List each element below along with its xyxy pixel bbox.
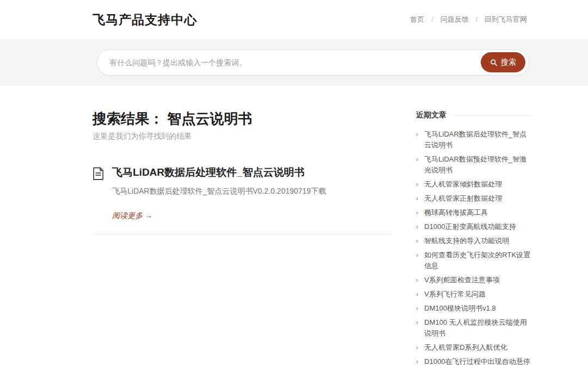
recent-article-link[interactable]: ›如何查看历史飞行架次的RTK设置信息	[416, 248, 532, 273]
search-button[interactable]: 搜索	[481, 52, 525, 72]
recent-article-link[interactable]: ›飞马LiDAR数据后处理软件_智点云说明书	[416, 127, 532, 152]
chevron-right-icon: ›	[416, 356, 418, 365]
search-button-label: 搜索	[501, 58, 516, 67]
recent-article-link[interactable]: ›无人机管家正射数据处理	[416, 191, 532, 206]
recent-article-link[interactable]: ›V系列飞行常见问题	[416, 287, 532, 301]
recent-article-link[interactable]: ›智航线支持的导入功能说明	[416, 234, 532, 248]
recent-article-link[interactable]: ›无人机管家D系列入航优化	[416, 341, 532, 355]
sidebar-recent-articles: 近期文章 ›飞马LiDAR数据后处理软件_智点云说明书 ›飞马LiDAR数据预处…	[416, 110, 532, 365]
recent-article-link[interactable]: ›无人机管家倾斜数据处理	[416, 177, 532, 191]
search-section: 搜索	[0, 39, 588, 85]
nav-separator: /	[476, 16, 477, 23]
nav-separator: /	[431, 16, 433, 23]
recent-article-link[interactable]: ›椭球高转海拔高工具	[416, 206, 532, 220]
sidebar-heading: 近期文章	[416, 110, 532, 120]
recent-article-link[interactable]: ›D1000在飞行过程中出现自动悬停问题	[416, 355, 532, 365]
chevron-right-icon: ›	[416, 154, 418, 176]
recent-article-link[interactable]: ›飞马LiDAR数据预处理软件_智激光说明书	[416, 152, 532, 177]
chevron-right-icon: ›	[416, 317, 418, 339]
site-title[interactable]: 飞马产品支持中心	[93, 11, 197, 28]
result-body: 飞马LiDAR数据后处理软件_智点云说明书 飞马LiDAR数据后处理软件_智点云…	[112, 165, 326, 221]
results-subtitle: 这里是我们为你寻找到的结果	[93, 132, 392, 141]
top-nav: 首页 / 问题反馈 / 回到飞马官网	[410, 15, 527, 24]
search-input[interactable]	[109, 58, 481, 67]
content-divider	[93, 234, 392, 234]
chevron-right-icon: ›	[416, 275, 418, 286]
chevron-right-icon: ›	[416, 221, 418, 232]
recent-article-link[interactable]: ›D1000正射变高航线功能支持	[416, 220, 532, 234]
chevron-right-icon: ›	[416, 193, 418, 204]
read-more-link[interactable]: 阅读更多 →	[112, 211, 152, 221]
recent-article-link[interactable]: ›DM100 无人机监控模块云端使用说明书	[416, 315, 532, 341]
result-item: 飞马LiDAR数据后处理软件_智点云说明书 飞马LiDAR数据后处理软件_智点云…	[93, 165, 392, 221]
chevron-right-icon: ›	[416, 236, 418, 246]
sidebar-heading-rule	[453, 115, 532, 116]
sidebar-heading-label: 近期文章	[416, 110, 446, 120]
recent-article-link[interactable]: ›DM100模块说明书v1.8	[416, 301, 532, 315]
recent-article-link[interactable]: ›V系列舵面检查注意事项	[416, 273, 532, 287]
main: 搜索结果： 智点云说明书 这里是我们为你寻找到的结果 飞马LiDAR数据后处理软…	[0, 85, 588, 365]
document-icon	[93, 167, 104, 221]
search-results: 搜索结果： 智点云说明书 这里是我们为你寻找到的结果 飞马LiDAR数据后处理软…	[93, 110, 392, 365]
chevron-right-icon: ›	[416, 289, 418, 300]
nav-home[interactable]: 首页	[410, 15, 424, 24]
result-title-link[interactable]: 飞马LiDAR数据后处理软件_智点云说明书	[112, 165, 326, 180]
chevron-right-icon: ›	[416, 207, 418, 218]
chevron-right-icon: ›	[416, 179, 418, 190]
search-bar: 搜索	[97, 50, 529, 76]
chevron-right-icon: ›	[416, 342, 418, 353]
nav-feedback[interactable]: 问题反馈	[440, 15, 469, 24]
results-title: 搜索结果： 智点云说明书	[93, 110, 392, 127]
nav-official-site[interactable]: 回到飞马官网	[485, 15, 527, 24]
chevron-right-icon: ›	[416, 250, 418, 271]
header: 飞马产品支持中心 首页 / 问题反馈 / 回到飞马官网	[0, 0, 588, 39]
recent-articles-list: ›飞马LiDAR数据后处理软件_智点云说明书 ›飞马LiDAR数据预处理软件_智…	[416, 127, 532, 365]
chevron-right-icon: ›	[416, 129, 418, 151]
chevron-right-icon: ›	[416, 303, 418, 314]
search-icon	[490, 59, 498, 66]
result-description: 飞马LiDAR数据后处理软件_智点云说明书V0.2.0.20190719下载	[112, 187, 326, 196]
